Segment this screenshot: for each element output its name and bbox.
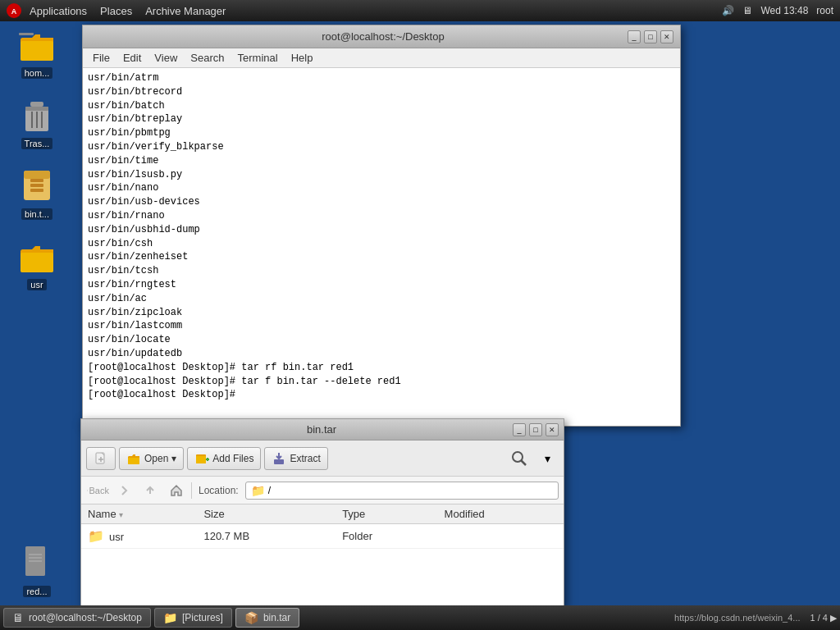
taskbar-pictures-icon: 📁	[163, 611, 177, 624]
terminal-menu-help[interactable]: Help	[285, 50, 320, 66]
desktop-icon-trash[interactable]: Tras...	[8, 95, 66, 149]
location-input-wrapper: 📁	[245, 482, 559, 500]
archive-search-btn[interactable]	[506, 445, 532, 472]
archive-maximize-btn[interactable]: □	[529, 423, 542, 436]
archive-toolbar: Open ▾ Add Files Extract	[81, 441, 564, 477]
menu-archive-manager[interactable]: Archive Manager	[140, 3, 231, 19]
app-icon: A	[7, 3, 21, 18]
svg-line-34	[522, 460, 527, 465]
open-btn-label: Open	[144, 453, 168, 464]
archive-back-btn[interactable]: Back	[86, 481, 109, 500]
home-icon-label: hom...	[21, 67, 53, 79]
terminal-maximize-btn[interactable]: □	[644, 30, 657, 43]
desktop-icon-usr[interactable]: usr	[8, 236, 66, 290]
user-label: root	[816, 5, 833, 16]
usr-folder-icon	[17, 236, 57, 276]
terminal-menu-search[interactable]: Search	[184, 50, 231, 66]
desktop-icons-left: hom... Tras... bin.t...	[8, 25, 66, 290]
svg-rect-4	[19, 33, 34, 35]
location-input[interactable]	[268, 485, 553, 496]
svg-rect-17	[21, 253, 53, 272]
col-name[interactable]: Name ▾	[81, 504, 197, 524]
taskbar-bintar-label: bin.tar	[263, 612, 290, 623]
archive-minimize-btn[interactable]: _	[513, 423, 526, 436]
open-icon	[126, 451, 141, 466]
row-type: Folder	[336, 524, 437, 549]
archive-extract-btn[interactable]: Extract	[264, 447, 327, 470]
archive-title: bin.tar	[130, 423, 513, 436]
svg-rect-15	[30, 189, 43, 192]
col-modified[interactable]: Modified	[438, 504, 564, 524]
svg-rect-12	[24, 171, 50, 179]
archive-open-btn[interactable]: Open ▾	[119, 447, 184, 470]
svg-text:A: A	[11, 7, 17, 16]
taskbar-bintar[interactable]: 📦 bin.tar	[235, 608, 299, 628]
terminal-titlebar-buttons: _ □ ✕	[628, 30, 673, 43]
bottom-taskbar: 🖥 root@localhost:~/Desktop 📁 [Pictures] …	[0, 605, 840, 630]
row-size: 120.7 MB	[197, 524, 336, 549]
archive-titlebar: bin.tar _ □ ✕	[81, 419, 564, 441]
taskbar-url: https://blog.csdn.net/weixin_4...	[668, 611, 806, 624]
terminal-content[interactable]: usr/bin/atrmusr/bin/btrecordusr/bin/batc…	[83, 68, 680, 426]
archive-location-bar: Back Location: 📁	[81, 477, 564, 504]
open-dropdown-icon[interactable]: ▾	[171, 453, 176, 464]
terminal-menubar: File Edit View Search Terminal Help	[83, 48, 680, 68]
svg-rect-13	[30, 179, 43, 182]
location-separator	[191, 482, 192, 499]
menu-places[interactable]: Places	[95, 3, 137, 19]
row-name: 📁usr	[81, 524, 197, 549]
archive-table: Name ▾ Size Type Modified 📁u	[81, 504, 564, 549]
row-modified	[438, 524, 564, 549]
svg-rect-7	[30, 102, 43, 107]
red-icon-label: red...	[23, 586, 50, 597]
terminal-menu-file[interactable]: File	[86, 50, 116, 66]
search-icon	[510, 450, 528, 468]
svg-point-33	[513, 452, 523, 462]
home-icon	[170, 484, 183, 497]
archive-forward-btn[interactable]	[112, 481, 135, 500]
archive-menu-btn[interactable]: ▾	[536, 445, 559, 472]
desktop-icon-red[interactable]: red...	[8, 543, 66, 597]
extract-btn-label: Extract	[290, 453, 320, 464]
taskbar-terminal-icon: 🖥	[12, 611, 24, 624]
svg-rect-27	[128, 458, 139, 464]
terminal-menu-terminal[interactable]: Terminal	[231, 50, 285, 66]
desktop-icon-bintar[interactable]: bin.t...	[8, 166, 66, 220]
archive-add-files-btn[interactable]: Add Files	[187, 447, 261, 470]
svg-rect-3	[21, 41, 53, 61]
taskbar-page: 1 / 4 ▶	[810, 613, 837, 623]
desktop-icon-home[interactable]: hom...	[8, 25, 66, 79]
location-label: Location:	[195, 485, 242, 496]
terminal-title: root@localhost:~/Desktop	[139, 30, 628, 43]
terminal-titlebar: root@localhost:~/Desktop _ □ ✕	[83, 25, 680, 48]
col-size[interactable]: Size	[197, 504, 336, 524]
svg-rect-14	[30, 184, 43, 187]
bintar-icon-label: bin.t...	[21, 208, 52, 220]
archive-home-btn[interactable]	[165, 481, 188, 500]
terminal-minimize-btn[interactable]: _	[628, 30, 641, 43]
terminal-close-btn[interactable]: ✕	[660, 30, 673, 43]
taskbar-pictures[interactable]: 📁 [Pictures]	[154, 608, 232, 628]
archive-icon	[17, 166, 57, 205]
clock: Wed 13:48	[760, 5, 808, 16]
taskbar-bintar-icon: 📦	[244, 611, 258, 624]
archive-up-btn[interactable]	[139, 481, 162, 500]
terminal-menu-view[interactable]: View	[148, 50, 184, 66]
taskbar-terminal-label: root@localhost:~/Desktop	[29, 612, 142, 623]
home-folder-icon	[17, 25, 57, 64]
name-sort-icon: ▾	[119, 510, 123, 519]
menu-applications[interactable]: Applications	[25, 3, 92, 19]
extract-icon	[272, 451, 286, 466]
add-files-btn-label: Add Files	[212, 453, 253, 464]
col-type[interactable]: Type	[336, 504, 437, 524]
menu-dropdown-icon: ▾	[545, 452, 550, 465]
display-icon: 🖥	[742, 5, 752, 16]
taskbar-terminal[interactable]: 🖥 root@localhost:~/Desktop	[3, 608, 151, 628]
taskbar-pictures-label: [Pictures]	[182, 612, 223, 623]
new-icon	[94, 451, 108, 466]
table-row[interactable]: 📁usr 120.7 MB Folder	[81, 524, 564, 549]
archive-new-btn[interactable]	[86, 447, 116, 470]
archive-close-btn[interactable]: ✕	[546, 423, 559, 436]
svg-rect-29	[196, 456, 206, 463]
terminal-menu-edit[interactable]: Edit	[116, 50, 148, 66]
